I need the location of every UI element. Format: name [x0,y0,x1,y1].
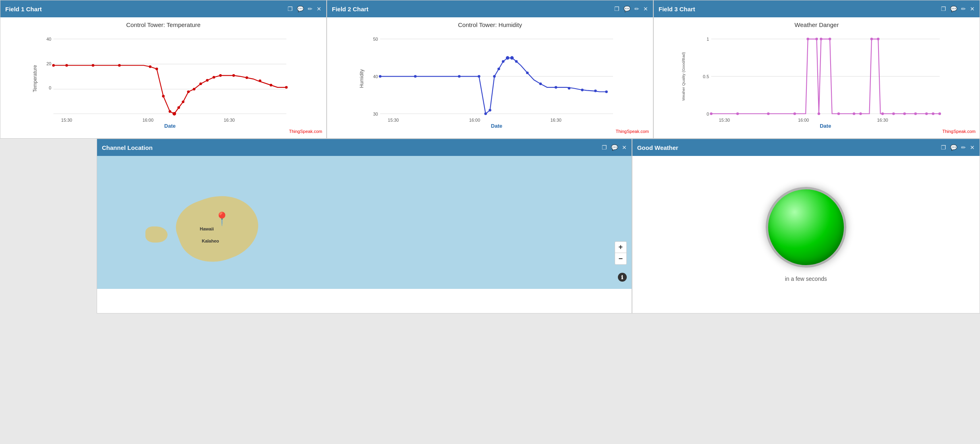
weather-body: in a few seconds [632,156,980,313]
field2-close-icon[interactable]: ✕ [643,6,648,12]
field1-thingspeak: ThingSpeak.com [4,129,322,134]
svg-text:30: 30 [373,112,378,116]
field3-widget: Field 3 Chart ❐ 💬 ✏ ✕ Weather Danger [653,0,980,139]
field3-point [736,112,739,115]
field2-thingspeak: ThingSpeak.com [331,129,649,134]
field2-external-icon[interactable]: ❐ [614,6,619,12]
weather-title: Good Weather [637,144,678,151]
zoom-out-button[interactable]: − [615,253,626,264]
field2-chart-svg: 50 40 30 Humidity 15:30 16:00 16:30 Date [331,30,649,127]
zoom-in-button[interactable]: + [615,242,626,253]
field1-icons: ❐ 💬 ✏ ✕ [288,6,321,12]
field3-external-icon[interactable]: ❐ [941,6,946,12]
field1-point [177,106,180,109]
field2-point [493,75,496,78]
field1-point [206,79,209,82]
field3-point [932,112,934,115]
svg-text:0: 0 [707,112,709,116]
field2-point [414,75,417,78]
weather-external-icon[interactable]: ❐ [941,144,946,151]
field2-edit-icon[interactable]: ✏ [634,6,639,12]
field1-comment-icon[interactable]: 💬 [297,6,304,12]
location-comment-icon[interactable]: 💬 [611,144,618,151]
svg-text:16:00: 16:00 [798,118,809,122]
field2-point [510,56,514,60]
field1-point [285,86,288,89]
small-island [145,226,168,243]
map-pin: 📍 [214,211,230,226]
field3-icons: ❐ 💬 ✏ ✕ [941,6,975,12]
svg-text:15:30: 15:30 [719,118,730,122]
field1-chart-title: Control Tower: Temperature [4,21,322,28]
field3-point [939,112,941,115]
field1-point [172,112,176,116]
good-weather-content: in a few seconds [636,160,976,309]
svg-text:16:30: 16:30 [877,118,888,122]
field1-point [246,77,249,79]
field2-line [380,58,607,114]
field2-point [515,60,518,63]
field1-point [219,74,222,77]
svg-text:16:00: 16:00 [143,118,153,122]
dashboard: Field 1 Chart ❐ 💬 ✏ ✕ Control Tower: Tem… [0,0,980,313]
field1-point [52,64,55,67]
field1-point [259,79,261,82]
map-info-button[interactable]: ℹ [618,273,627,282]
field1-title: Field 1 Chart [5,6,42,12]
location-close-icon[interactable]: ✕ [622,144,627,151]
field1-point [199,83,202,85]
field3-edit-icon[interactable]: ✏ [961,6,966,12]
field2-point [379,75,382,78]
field1-line [54,65,286,114]
field2-point [506,56,510,60]
field3-point [859,112,862,115]
location-widget: Channel Location ❐ 💬 ✕ Hawaii [97,139,632,313]
map-area: Hawaii Kalaheo 📍 + − ℹ [97,156,632,289]
field1-external-icon[interactable]: ❐ [288,6,293,12]
field3-point [820,38,823,41]
weather-close-icon[interactable]: ✕ [970,144,975,151]
field3-chart-container: Weather Danger 1 0.5 0 Weaher Quality (G… [658,21,976,134]
svg-text:0.5: 0.5 [703,74,709,79]
svg-text:16:30: 16:30 [551,118,561,122]
field3-close-icon[interactable]: ✕ [970,6,975,12]
field2-point [555,86,557,89]
weather-widget: Good Weather ❐ 💬 ✏ ✕ in a few seconds [632,139,980,313]
field2-point [484,112,487,115]
field1-point [155,68,158,71]
location-header: Channel Location ❐ 💬 ✕ [97,139,632,156]
location-external-icon[interactable]: ❐ [602,144,607,151]
field3-point [806,38,809,41]
field2-point [526,72,529,75]
field1-edit-icon[interactable]: ✏ [308,6,313,12]
field3-point [829,38,831,41]
weather-header: Good Weather ❐ 💬 ✏ ✕ [632,139,980,156]
field2-comment-icon[interactable]: 💬 [624,6,630,12]
green-indicator [766,187,846,268]
svg-text:1: 1 [707,37,709,41]
field1-point [65,64,68,67]
svg-text:40: 40 [46,37,51,41]
field2-body: Control Tower: Humidity 50 40 30 Humidit… [327,17,653,138]
hawaii-label: Hawaii [200,226,214,231]
map-zoom-controls[interactable]: + − [615,241,627,265]
field3-point [925,112,928,115]
bottom-row: Channel Location ❐ 💬 ✕ Hawaii [0,139,980,313]
svg-text:15:30: 15:30 [61,118,72,122]
field1-point [162,95,165,98]
field3-title: Field 3 Chart [659,6,695,12]
field3-comment-icon[interactable]: 💬 [950,6,957,12]
field1-body: Control Tower: Temperature 40 20 0 Tempe… [0,17,326,138]
field3-point [877,38,880,41]
svg-text:Date: Date [164,123,176,129]
weather-edit-icon[interactable]: ✏ [961,144,966,151]
weather-comment-icon[interactable]: 💬 [950,144,957,151]
field1-point [118,64,121,67]
field2-point [489,109,491,112]
field3-point [818,112,820,115]
field1-point [169,110,172,113]
field3-chart-title: Weather Danger [658,21,976,28]
field2-point [497,68,500,71]
field1-close-icon[interactable]: ✕ [317,6,321,12]
field3-point [853,112,856,115]
